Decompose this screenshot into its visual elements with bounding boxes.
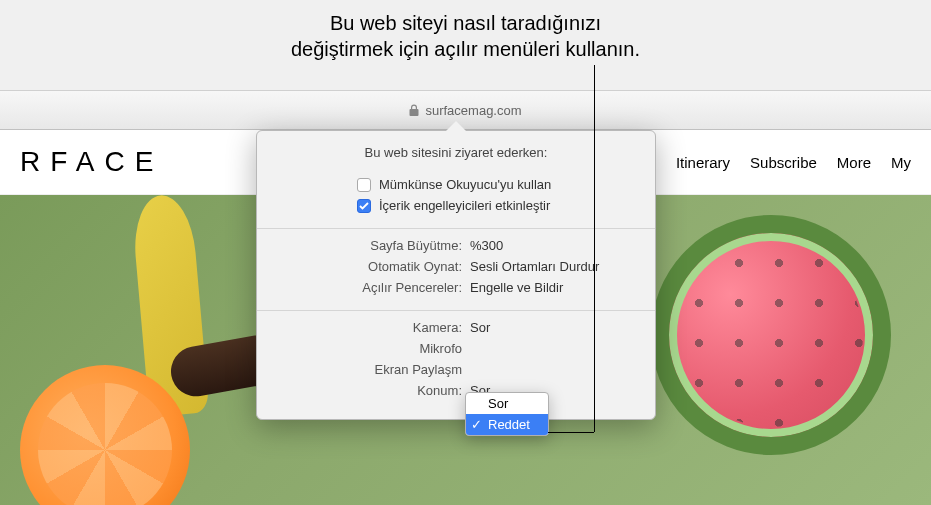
popups-row[interactable]: Açılır Pencereler: Engelle ve Bildir <box>277 277 635 298</box>
annotation-line2: değiştirmek için açılır menüleri kullanı… <box>291 36 640 62</box>
popover-settings-group-2: Kamera: Sor Mikrofo Ekran Paylaşm Konum:… <box>257 311 655 419</box>
permission-dropdown[interactable]: Sor ✓ Reddet <box>465 392 549 436</box>
setting-value: %300 <box>470 238 503 253</box>
checkmark-icon: ✓ <box>471 417 482 432</box>
option-label: Reddet <box>488 417 530 432</box>
popover-settings-group-1: Sayfa Büyütme: %300 Otomatik Oynat: Sesl… <box>257 229 655 311</box>
setting-value: Sesli Ortamları Durdur <box>470 259 599 274</box>
reader-checkbox[interactable] <box>357 178 371 192</box>
url-text: surfacemag.com <box>425 103 521 118</box>
site-nav: Itinerary Subscribe More My <box>676 154 911 171</box>
nav-link[interactable]: Subscribe <box>750 154 817 171</box>
decorative-fruit <box>651 215 891 455</box>
setting-label: Sayfa Büyütme: <box>277 238 462 253</box>
annotation-pointer <box>548 432 594 433</box>
camera-row[interactable]: Kamera: Sor <box>277 317 635 338</box>
setting-label: Ekran Paylaşm <box>277 362 462 377</box>
setting-label: Mikrofo <box>277 341 462 356</box>
autoplay-row[interactable]: Otomatik Oynat: Sesli Ortamları Durdur <box>277 256 635 277</box>
nav-link[interactable]: Itinerary <box>676 154 730 171</box>
dropdown-option-deny[interactable]: ✓ Reddet <box>466 414 548 435</box>
blockers-label: İçerik engelleyicileri etkinleştir <box>379 198 550 213</box>
popover-title: Bu web sitesini ziyaret ederken: <box>257 131 655 168</box>
blockers-checkbox[interactable] <box>357 199 371 213</box>
reader-label: Mümkünse Okuyucu'yu kullan <box>379 177 551 192</box>
page-zoom-row[interactable]: Sayfa Büyütme: %300 <box>277 235 635 256</box>
option-label: Sor <box>488 396 508 411</box>
setting-label: Otomatik Oynat: <box>277 259 462 274</box>
url-display: surfacemag.com <box>409 103 521 118</box>
setting-value: Engelle ve Bildir <box>470 280 563 295</box>
nav-link[interactable]: My <box>891 154 911 171</box>
screen-sharing-row[interactable]: Ekran Paylaşm <box>277 359 635 380</box>
annotation-line1: Bu web siteyi nasıl taradığınızı <box>291 10 640 36</box>
location-row[interactable]: Konum: Sor <box>277 380 635 401</box>
setting-label: Kamera: <box>277 320 462 335</box>
popover-checkboxes: Mümkünse Okuyucu'yu kullan İçerik engell… <box>257 168 655 229</box>
setting-label: Konum: <box>277 383 462 398</box>
microphone-row[interactable]: Mikrofo <box>277 338 635 359</box>
setting-label: Açılır Pencereler: <box>277 280 462 295</box>
setting-value: Sor <box>470 320 490 335</box>
site-logo: RFACE <box>20 146 163 178</box>
annotation-text: Bu web siteyi nasıl taradığınızı değişti… <box>291 10 640 62</box>
dropdown-option-ask[interactable]: Sor <box>466 393 548 414</box>
blockers-checkbox-row[interactable]: İçerik engelleyicileri etkinleştir <box>277 195 635 216</box>
reader-checkbox-row[interactable]: Mümkünse Okuyucu'yu kullan <box>277 174 635 195</box>
nav-link[interactable]: More <box>837 154 871 171</box>
website-settings-popover: Bu web sitesini ziyaret ederken: Mümküns… <box>256 130 656 420</box>
lock-icon <box>409 104 419 116</box>
annotation-pointer <box>594 65 595 432</box>
